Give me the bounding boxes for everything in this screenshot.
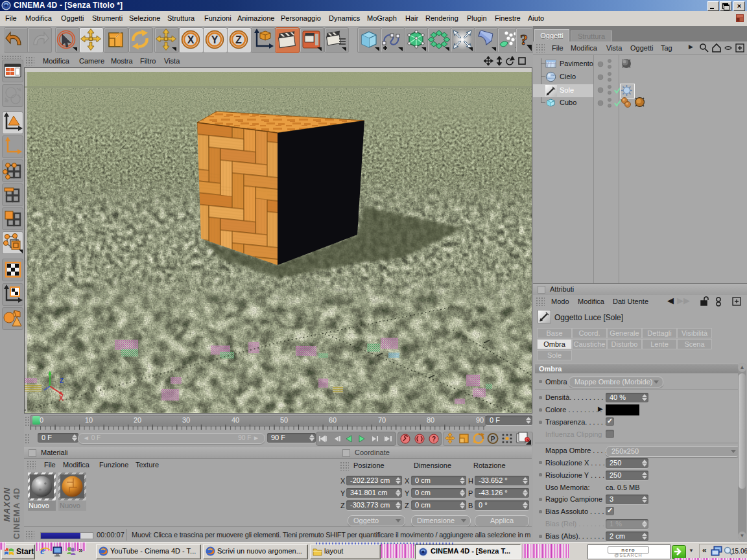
svg-text:P: P [491, 436, 495, 443]
svg-text:?: ? [432, 436, 436, 443]
svg-text:Z: Z [60, 377, 64, 384]
svg-text:e: e [40, 545, 45, 556]
svg-text:?: ? [520, 31, 528, 48]
svg-text:Y: Y [211, 34, 219, 45]
svg-text:Z: Z [235, 34, 242, 45]
svg-text:X: X [59, 395, 64, 402]
svg-text:X: X [187, 34, 195, 45]
